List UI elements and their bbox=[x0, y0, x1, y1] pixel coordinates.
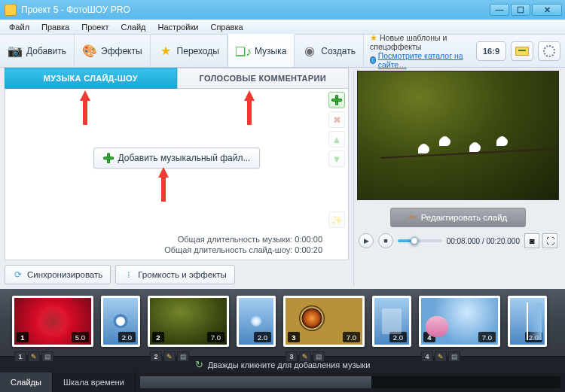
seek-bar[interactable] bbox=[398, 239, 442, 242]
gear-icon bbox=[543, 45, 555, 57]
player-bar: ▶ ■ 00:08.000 / 00:20.000 ◙ ⛶ bbox=[357, 232, 559, 248]
camera-icon: 📷 bbox=[8, 44, 23, 59]
move-up-button[interactable]: ▲ bbox=[328, 131, 345, 147]
toolbar-effects[interactable]: 🎨Эффекты bbox=[75, 35, 151, 67]
main-toolbar: 📷Добавить 🎨Эффекты ★Переходы ❑♪Музыка ◉С… bbox=[0, 35, 565, 68]
promo-area: ★Новые шаблоны и спецэффекты Посмотрите … bbox=[368, 32, 472, 71]
layer-tag[interactable]: ▤ bbox=[177, 351, 189, 362]
remove-track-button[interactable]: ✖ bbox=[328, 111, 345, 128]
transition-thumb[interactable]: 2.0 bbox=[372, 296, 411, 347]
menu-settings[interactable]: Настройки bbox=[152, 21, 205, 33]
window-minimize-button[interactable]: ― bbox=[490, 4, 509, 16]
slide-number: 3 bbox=[288, 332, 300, 342]
stop-button[interactable]: ■ bbox=[378, 233, 393, 248]
promo-link[interactable]: Посмотрите каталог на сайте… bbox=[370, 51, 467, 69]
slide-duration: 7.0 bbox=[343, 332, 360, 342]
transition-duration: 2.0 bbox=[254, 332, 271, 342]
edit-slide-button[interactable]: ✎Редактировать слайд bbox=[390, 208, 526, 227]
aspect-ratio-label: 16:9 bbox=[483, 47, 499, 56]
toolbar-create-label: Создать bbox=[321, 46, 356, 56]
menu-slide[interactable]: Слайд bbox=[115, 21, 151, 33]
move-down-button[interactable]: ▼ bbox=[328, 150, 345, 167]
footer-tab-timeline[interactable]: Шкала времени bbox=[53, 372, 136, 392]
window-maximize-button[interactable]: ☐ bbox=[511, 4, 530, 16]
promo-link-label: Посмотрите каталог на сайте… bbox=[378, 51, 467, 69]
pencil-icon: ✎ bbox=[406, 211, 419, 224]
transition-duration: 2.0 bbox=[389, 332, 407, 342]
slide-index-tag: 4 bbox=[421, 351, 433, 362]
palette-icon: 🎨 bbox=[82, 44, 97, 59]
toolbar-transitions[interactable]: ★Переходы bbox=[151, 35, 228, 67]
layer-tag[interactable]: ▤ bbox=[313, 351, 325, 362]
layer-tag[interactable]: ▤ bbox=[448, 351, 460, 362]
edit-tag[interactable]: ✎ bbox=[163, 351, 176, 362]
toolbar-create[interactable]: ◉Создать bbox=[295, 35, 364, 67]
transition-duration: 2.0 bbox=[525, 332, 542, 342]
window-close-button[interactable]: ✕ bbox=[532, 4, 562, 16]
window-title: Проект 5 - ФотоШОУ PRO bbox=[21, 5, 130, 15]
slide-number: 1 bbox=[17, 332, 29, 342]
play-button[interactable]: ▶ bbox=[359, 233, 374, 248]
music-panel: ✖ ▲ ▼ Добавить музыкальный файл... ✨ bbox=[5, 89, 349, 260]
slide-index-tag: 3 bbox=[286, 351, 298, 362]
transition-thumb[interactable]: 2.0 bbox=[508, 296, 547, 347]
tab-voice-comments[interactable]: ГОЛОСОВЫЕ КОММЕНТАРИИ bbox=[177, 68, 350, 89]
transition-thumb[interactable]: 2.0 bbox=[237, 296, 276, 347]
timecode: 00:08.000 / 00:20.000 bbox=[447, 237, 520, 245]
globe-icon bbox=[370, 56, 376, 64]
tutorial-arrow bbox=[79, 90, 91, 125]
transition-duration: 2.0 bbox=[118, 332, 136, 342]
snapshot-button[interactable]: ◙ bbox=[524, 233, 539, 248]
x-icon: ✖ bbox=[333, 114, 341, 126]
total-music-value: 0:00:00 bbox=[295, 235, 322, 244]
music-side-controls: ✖ ▲ ▼ bbox=[328, 92, 345, 167]
layer-tag[interactable]: ▤ bbox=[41, 351, 53, 362]
camera-icon: ◙ bbox=[530, 236, 535, 245]
thumbnail-row[interactable]: 1 5.0 1✎▤ 2.0 2 7.0 2✎▤ 2.0 3 7.0 3✎▤ 2.… bbox=[0, 289, 565, 356]
music-track-row[interactable]: ↻ Дважды кликните для добавления музыки bbox=[0, 356, 565, 372]
tab-slideshow-music-label: МУЗЫКА СЛАЙД-ШОУ bbox=[44, 74, 138, 83]
slide-thumb[interactable]: 2 7.0 bbox=[148, 296, 229, 347]
toolbar-transitions-label: Переходы bbox=[177, 46, 219, 56]
footer-tab-slides-label: Слайды bbox=[11, 378, 41, 387]
menu-help[interactable]: Справка bbox=[204, 21, 249, 33]
edit-tag[interactable]: ✎ bbox=[299, 351, 311, 362]
scroll-track[interactable] bbox=[140, 376, 560, 388]
volume-effects-button[interactable]: ⫶Громкость и эффекты bbox=[115, 265, 235, 284]
add-track-button[interactable] bbox=[328, 92, 345, 108]
footer-tab-slides[interactable]: Слайды bbox=[0, 372, 53, 392]
preview-viewport[interactable] bbox=[357, 71, 559, 200]
seek-thumb[interactable] bbox=[411, 237, 418, 245]
tab-slideshow-music[interactable]: МУЗЫКА СЛАЙД-ШОУ bbox=[5, 68, 177, 89]
theme-button[interactable] bbox=[511, 41, 533, 61]
magic-wand-button[interactable]: ✨ bbox=[328, 211, 345, 228]
slide-thumb[interactable]: 3 7.0 bbox=[283, 296, 365, 347]
left-panel: МУЗЫКА СЛАЙД-ШОУ ГОЛОСОВЫЕ КОММЕНТАРИИ ✖… bbox=[0, 68, 353, 289]
aspect-ratio-button[interactable]: 16:9 bbox=[476, 41, 506, 61]
menu-project[interactable]: Проект bbox=[75, 21, 115, 33]
footer-bar: Слайды Шкала времени bbox=[0, 372, 565, 392]
menu-edit[interactable]: Правка bbox=[35, 21, 75, 33]
total-show-label: Общая длительность слайд-шоу: bbox=[164, 245, 292, 254]
sync-button[interactable]: ⟳Синхронизировать bbox=[5, 265, 111, 284]
footer-tab-timeline-label: Шкала времени bbox=[63, 378, 124, 387]
time-total: 00:20.000 bbox=[487, 237, 521, 245]
toolbar-music[interactable]: ❑♪Музыка bbox=[228, 34, 295, 67]
edit-tag[interactable]: ✎ bbox=[435, 351, 447, 362]
slide-thumb[interactable]: 1 5.0 bbox=[12, 296, 93, 347]
slide-index-tag: 2 bbox=[150, 351, 162, 362]
toolbar-add[interactable]: 📷Добавить bbox=[0, 35, 75, 67]
transition-thumb[interactable]: 2.0 bbox=[101, 296, 140, 347]
app-icon bbox=[5, 4, 17, 16]
fullscreen-button[interactable]: ⛶ bbox=[542, 233, 557, 248]
wand-icon: ✨ bbox=[331, 214, 343, 226]
slide-number: 2 bbox=[152, 332, 164, 342]
slide-thumb[interactable]: 4 7.0 bbox=[419, 296, 500, 347]
add-music-file-button[interactable]: Добавить музыкальный файл... bbox=[93, 147, 261, 169]
star-icon: ★ bbox=[370, 33, 377, 42]
menu-file[interactable]: Файл bbox=[3, 21, 35, 33]
edit-tag[interactable]: ✎ bbox=[28, 351, 40, 362]
tutorial-arrow bbox=[157, 167, 170, 202]
timeline-strip: 1 5.0 1✎▤ 2.0 2 7.0 2✎▤ 2.0 3 7.0 3✎▤ 2.… bbox=[0, 289, 565, 372]
settings-button[interactable] bbox=[538, 41, 560, 61]
